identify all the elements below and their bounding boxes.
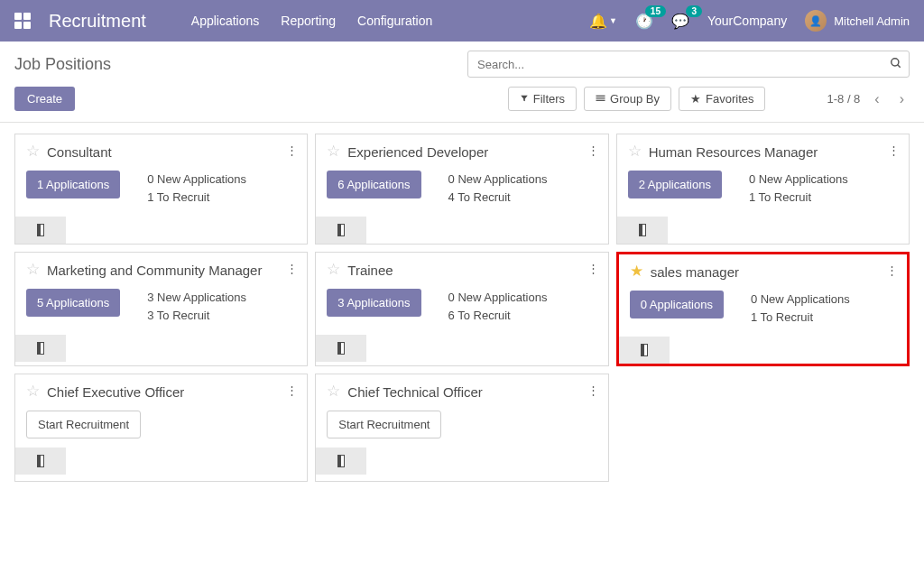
- to-recruit-text: 6 To Recruit: [448, 307, 548, 326]
- card-footer-icon[interactable]: [619, 337, 670, 364]
- groupby-button[interactable]: Group By: [584, 87, 671, 111]
- job-card[interactable]: ☆ Marketing and Community Manager ⋮ 5 Ap…: [14, 252, 308, 366]
- star-toggle[interactable]: ☆: [327, 383, 340, 399]
- activities-button[interactable]: 🕐 15: [635, 13, 653, 30]
- card-footer-icon[interactable]: [316, 217, 366, 244]
- nav-item-reporting[interactable]: Reporting: [281, 14, 336, 28]
- card-menu-icon[interactable]: ⋮: [587, 383, 599, 397]
- filters-button[interactable]: Filters: [508, 87, 577, 111]
- job-card[interactable]: ☆ Experienced Developer ⋮ 6 Applications…: [315, 134, 608, 245]
- card-menu-icon[interactable]: ⋮: [286, 383, 298, 397]
- svg-rect-3: [596, 97, 605, 98]
- list-icon: [596, 92, 605, 106]
- card-footer-icon[interactable]: [15, 217, 66, 244]
- new-applications-text: 3 New Applications: [147, 289, 246, 308]
- doc-icon: [337, 455, 345, 467]
- svg-rect-4: [596, 100, 605, 101]
- star-toggle[interactable]: ☆: [26, 143, 40, 159]
- doc-icon: [337, 224, 345, 236]
- doc-icon: [37, 342, 44, 355]
- new-applications-text: 0 New Applications: [448, 289, 548, 308]
- card-menu-icon[interactable]: ⋮: [886, 263, 898, 277]
- applications-button[interactable]: 0 Applications: [630, 291, 724, 318]
- favorites-button[interactable]: ★ Favorites: [679, 87, 765, 111]
- card-footer-icon[interactable]: [15, 448, 66, 475]
- start-recruitment-button[interactable]: Start Recruitment: [26, 411, 141, 438]
- card-footer-icon[interactable]: [316, 335, 366, 362]
- new-applications-text: 0 New Applications: [147, 171, 246, 189]
- nav-right: 🔔 ▼ 🕐 15 💬 3 YourCompany 👤 Mitchell Admi…: [589, 10, 910, 32]
- card-stats: 0 New Applications 6 To Recruit: [448, 289, 548, 327]
- svg-line-1: [898, 65, 901, 68]
- card-title: sales manager: [651, 263, 896, 282]
- doc-icon: [639, 224, 646, 236]
- star-toggle[interactable]: ☆: [628, 143, 642, 159]
- new-applications-text: 0 New Applications: [749, 171, 848, 189]
- star-toggle[interactable]: ☆: [26, 262, 40, 277]
- card-title: Trainee: [347, 262, 596, 280]
- pager-prev[interactable]: ‹: [869, 89, 884, 109]
- to-recruit-text: 4 To Recruit: [448, 189, 548, 208]
- job-card[interactable]: ☆ Consultant ⋮ 1 Applications 0 New Appl…: [14, 134, 308, 245]
- card-footer-icon[interactable]: [617, 217, 668, 244]
- navbar: Recruitment Applications Reporting Confi…: [0, 0, 924, 42]
- card-title: Consultant: [47, 143, 296, 162]
- card-menu-icon[interactable]: ⋮: [587, 143, 599, 157]
- card-menu-icon[interactable]: ⋮: [286, 262, 298, 275]
- nav-menu: Applications Reporting Configuration: [191, 14, 589, 28]
- start-recruitment-button[interactable]: Start Recruitment: [327, 411, 441, 438]
- applications-button[interactable]: 3 Applications: [327, 289, 420, 317]
- applications-button[interactable]: 2 Applications: [628, 171, 722, 198]
- avatar: 👤: [805, 10, 827, 32]
- job-card[interactable]: ☆ Trainee ⋮ 3 Applications 0 New Applica…: [315, 252, 608, 366]
- applications-button[interactable]: 1 Applications: [26, 171, 120, 198]
- job-card[interactable]: ☆ Chief Executive Officer ⋮ Start Recrui…: [14, 374, 308, 482]
- nav-item-applications[interactable]: Applications: [191, 14, 260, 28]
- star-toggle[interactable]: ☆: [327, 262, 340, 277]
- search-input[interactable]: [467, 51, 910, 78]
- user-menu[interactable]: 👤 Mitchell Admin: [805, 10, 910, 32]
- to-recruit-text: 1 To Recruit: [751, 309, 850, 328]
- card-menu-icon[interactable]: ⋮: [587, 262, 599, 275]
- card-footer-icon[interactable]: [316, 448, 366, 475]
- kanban-board: ☆ Consultant ⋮ 1 Applications 0 New Appl…: [0, 123, 924, 493]
- job-card[interactable]: ☆ Human Resources Manager ⋮ 2 Applicatio…: [616, 134, 910, 245]
- card-title: Human Resources Manager: [649, 143, 898, 162]
- card-title: Chief Executive Officer: [47, 383, 296, 401]
- job-card[interactable]: ☆ Chief Technical Officer ⋮ Start Recrui…: [315, 374, 608, 482]
- control-panel: Job Positions Create Filters Group By ★ …: [0, 42, 924, 123]
- notifications-button[interactable]: 🔔 ▼: [589, 13, 617, 30]
- card-title: Marketing and Community Manager: [47, 262, 296, 280]
- star-toggle[interactable]: ☆: [26, 383, 40, 399]
- card-menu-icon[interactable]: ⋮: [286, 143, 298, 157]
- card-stats: 0 New Applications 1 To Recruit: [751, 291, 850, 328]
- job-card[interactable]: ★ sales manager ⋮ 0 Applications 0 New A…: [616, 252, 910, 366]
- new-applications-text: 0 New Applications: [751, 291, 850, 309]
- messages-button[interactable]: 💬 3: [671, 13, 689, 30]
- card-stats: 3 New Applications 3 To Recruit: [147, 289, 246, 327]
- search-icon[interactable]: [890, 57, 902, 72]
- nav-item-configuration[interactable]: Configuration: [357, 14, 432, 28]
- apps-icon[interactable]: [14, 13, 31, 29]
- bell-icon: 🔔: [589, 13, 607, 30]
- new-applications-text: 0 New Applications: [448, 171, 548, 189]
- pager-text: 1-8 / 8: [827, 92, 860, 106]
- pager-next[interactable]: ›: [894, 89, 910, 109]
- breadcrumb: Job Positions: [14, 55, 111, 74]
- card-stats: 0 New Applications 4 To Recruit: [448, 171, 548, 208]
- company-selector[interactable]: YourCompany: [707, 14, 787, 28]
- create-button[interactable]: Create: [14, 87, 75, 111]
- filters-label: Filters: [533, 92, 565, 106]
- applications-button[interactable]: 5 Applications: [26, 289, 120, 317]
- card-footer-icon[interactable]: [15, 335, 66, 362]
- messages-badge: 3: [686, 5, 702, 17]
- pager: 1-8 / 8 ‹ ›: [827, 89, 910, 109]
- doc-icon: [641, 344, 648, 356]
- star-toggle[interactable]: ☆: [327, 143, 340, 159]
- to-recruit-text: 1 To Recruit: [147, 189, 246, 208]
- doc-icon: [37, 224, 44, 236]
- card-menu-icon[interactable]: ⋮: [888, 143, 900, 157]
- applications-button[interactable]: 6 Applications: [327, 171, 420, 198]
- star-toggle[interactable]: ★: [630, 263, 643, 279]
- search-wrap: [467, 51, 910, 78]
